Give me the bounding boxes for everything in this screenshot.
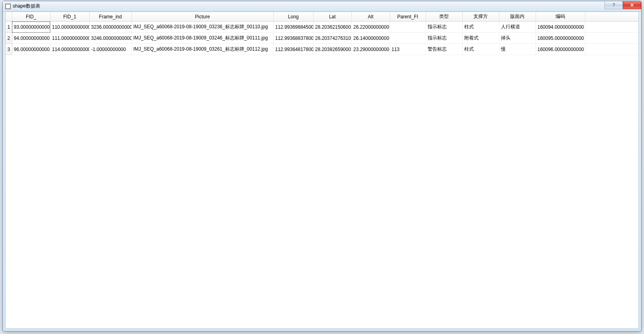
cell-filler: [585, 33, 638, 44]
window-system-icon[interactable]: [5, 4, 11, 9]
cell-support[interactable]: 附着式: [462, 33, 499, 44]
col-header-picture[interactable]: Picture: [132, 12, 273, 22]
cell-long[interactable]: 112.99368837800: [273, 33, 313, 44]
cell-alt[interactable]: 26.14000000000: [351, 33, 390, 44]
cell-picture[interactable]: IMJ_SEQ_a60068-2019-08-19009_03236_标志标牌_…: [132, 22, 273, 33]
cell-alt[interactable]: 26.22000000000: [351, 22, 390, 33]
col-header-panel[interactable]: 版面内: [499, 12, 536, 22]
table-header-row: FID_ FID_1 Frame_ind Picture Long Lat Al…: [6, 12, 638, 22]
cell-type[interactable]: 警告标志: [426, 44, 462, 55]
cell-picture[interactable]: IMJ_SEQ_a60068-2019-08-19009_03261_标志标牌_…: [132, 44, 273, 55]
table-row[interactable]: 396.00000000000114.00000000000-1.0000000…: [6, 44, 638, 55]
rownum[interactable]: 1: [6, 22, 12, 33]
col-header-fid[interactable]: FID_: [12, 12, 50, 22]
cell-fid[interactable]: 93.00000000000: [12, 22, 50, 33]
titlebar[interactable]: shape数据表 ? ✕: [3, 1, 641, 12]
cell-code[interactable]: 160095.00000000000: [536, 33, 585, 44]
col-header-code[interactable]: 编码: [536, 12, 585, 22]
dialog-window: shape数据表 ? ✕ FID_ FID_1 Fra: [2, 1, 642, 332]
cell-support[interactable]: 柱式: [462, 44, 499, 55]
cell-lat[interactable]: 28.20382659000: [313, 44, 351, 55]
help-button[interactable]: ?: [605, 1, 623, 9]
cell-panel[interactable]: 慢: [499, 44, 536, 55]
col-header-rownum[interactable]: [6, 12, 12, 22]
cell-parentfi[interactable]: [390, 33, 426, 44]
close-button[interactable]: ✕: [623, 1, 641, 9]
cell-panel[interactable]: 人行横道: [499, 22, 536, 33]
col-header-fid1[interactable]: FID_1: [50, 12, 89, 22]
cell-panel[interactable]: 掉头: [499, 33, 536, 44]
cell-alt[interactable]: 23.29000000000: [351, 44, 390, 55]
col-header-support[interactable]: 支撑方: [462, 12, 499, 22]
cell-lat[interactable]: 28.20374276310: [313, 33, 351, 44]
help-icon: ?: [613, 2, 615, 8]
cell-long[interactable]: 112.99369884500: [273, 22, 313, 33]
col-header-long[interactable]: Long: [273, 12, 313, 22]
cell-filler: [585, 22, 638, 33]
cell-type[interactable]: 指示标志: [426, 22, 462, 33]
col-header-alt[interactable]: Alt: [351, 12, 390, 22]
cell-filler: [585, 44, 638, 55]
cell-code[interactable]: 160094.00000000000: [536, 22, 585, 33]
cell-type[interactable]: 指示标志: [426, 33, 462, 44]
cell-fid1[interactable]: 111.00000000000: [50, 33, 89, 44]
cell-lat[interactable]: 28.20362150600: [313, 22, 351, 33]
rownum[interactable]: 3: [6, 44, 12, 55]
close-icon: ✕: [630, 2, 634, 8]
data-table[interactable]: FID_ FID_1 Frame_ind Picture Long Lat Al…: [6, 12, 638, 55]
cell-fid[interactable]: 94.00000000000: [12, 33, 50, 44]
cell-fid1[interactable]: 110.00000000000: [50, 22, 89, 33]
client-area: FID_ FID_1 Frame_ind Picture Long Lat Al…: [5, 12, 639, 329]
table-row[interactable]: 193.00000000000110.000000000003236.00000…: [6, 22, 638, 33]
cell-frame[interactable]: 3236.00000000000: [89, 22, 132, 33]
cell-parentfi[interactable]: 113: [390, 44, 426, 55]
cell-fid[interactable]: 96.00000000000: [12, 44, 50, 55]
col-header-parentfi[interactable]: Parent_FI: [390, 12, 426, 22]
col-header-frame[interactable]: Frame_ind: [89, 12, 132, 22]
col-header-filler: [585, 12, 638, 22]
window-title: shape数据表: [13, 3, 40, 10]
col-header-type[interactable]: 类型: [426, 12, 462, 22]
col-header-lat[interactable]: Lat: [313, 12, 351, 22]
cell-fid1[interactable]: 114.00000000000: [50, 44, 89, 55]
rownum[interactable]: 2: [6, 33, 12, 44]
cell-parentfi[interactable]: [390, 22, 426, 33]
cell-code[interactable]: 160096.00000000000: [536, 44, 585, 55]
window-buttons: ? ✕: [605, 1, 641, 9]
cell-frame[interactable]: 3246.00000000000: [89, 33, 132, 44]
cell-frame[interactable]: -1.00000000000: [89, 44, 132, 55]
cell-long[interactable]: 112.99364817800: [273, 44, 313, 55]
table-row[interactable]: 294.00000000000111.000000000003246.00000…: [6, 33, 638, 44]
cell-picture[interactable]: IMJ_SEQ_a60068-2019-08-19009_03246_标志标牌_…: [132, 33, 273, 44]
cell-support[interactable]: 柱式: [462, 22, 499, 33]
